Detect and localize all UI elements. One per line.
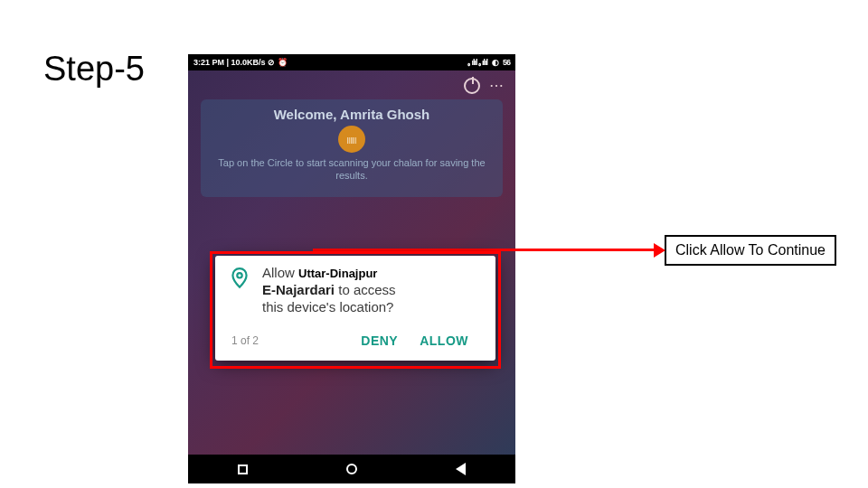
annotation-arrow-head (654, 243, 665, 258)
annotation-callout: Click Allow To Continue (665, 235, 836, 266)
welcome-greeting: Welcome, Amrita Ghosh (208, 107, 495, 122)
dialog-text: Allow Uttar-Dinajpur E-Najardari to acce… (262, 265, 483, 315)
dialog-pager: 1 of 2 (231, 334, 350, 347)
wifi-icon: ◐ (492, 58, 498, 67)
location-icon (228, 267, 251, 290)
battery-level: 56 (503, 58, 510, 67)
signal-icon: ｡ılıl ｡ılıl (467, 58, 487, 67)
recent-apps-icon[interactable] (238, 465, 248, 474)
back-icon[interactable] (456, 463, 466, 475)
dialog-rest1: to access (335, 282, 396, 297)
welcome-subtext: Tap on the Circle to start scanning your… (208, 156, 495, 183)
android-navbar (188, 455, 515, 483)
allow-button[interactable]: ALLOW (409, 330, 479, 352)
statusbar-left: 3:21 PM | 10.0KB/s ⊘ ⏰ (193, 58, 288, 67)
more-icon[interactable]: ⋯ (489, 81, 505, 90)
step-title: Step-5 (43, 50, 145, 89)
status-bar: 3:21 PM | 10.0KB/s ⊘ ⏰ ｡ılıl ｡ılıl ◐ 56 (188, 54, 515, 70)
annotation-arrow-line (313, 249, 656, 251)
allow-word: Allow (262, 265, 295, 280)
top-actions: ⋯ (464, 78, 505, 94)
deny-button[interactable]: DENY (350, 330, 409, 352)
district-label: Uttar-Dinajpur (298, 267, 377, 280)
home-icon[interactable] (346, 464, 357, 474)
svg-point-0 (237, 273, 241, 277)
scan-circle-button[interactable]: |||||| (338, 126, 365, 153)
dialog-rest2: this device's location? (262, 299, 393, 314)
welcome-card: Welcome, Amrita Ghosh |||||| Tap on the … (201, 99, 503, 197)
phone-frame: 3:21 PM | 10.0KB/s ⊘ ⏰ ｡ılıl ｡ılıl ◐ 56 … (188, 54, 515, 483)
power-icon[interactable] (464, 78, 480, 94)
permission-dialog: Allow Uttar-Dinajpur E-Najardari to acce… (215, 256, 495, 361)
app-name: E-Najardari (262, 282, 335, 297)
